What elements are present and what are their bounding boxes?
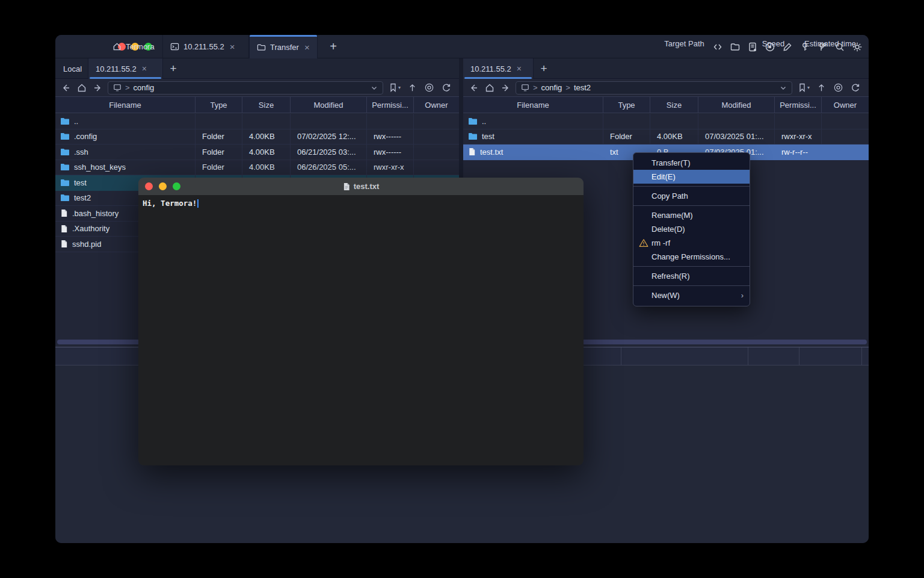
menu-separator: [633, 186, 750, 187]
column-header-estimated-time[interactable]: Estimated time: [799, 35, 861, 52]
column-header-type[interactable]: Type: [196, 97, 242, 113]
column-header-size[interactable]: Size: [242, 97, 291, 113]
home-icon: [112, 42, 122, 51]
close-tab-icon[interactable]: ×: [230, 42, 235, 52]
editor-title: test.txt: [354, 182, 380, 191]
right-toolbar-actions: ▾: [798, 82, 860, 93]
column-header-owner[interactable]: Owner: [822, 97, 869, 113]
back-icon[interactable]: [465, 81, 481, 95]
forward-icon[interactable]: [90, 81, 106, 95]
column-header-permissions[interactable]: Permissi...: [775, 97, 822, 113]
file-owner: [822, 114, 869, 129]
table-row[interactable]: .config Folder 4.00KB 07/02/2025 12:... …: [55, 129, 459, 145]
column-header-type[interactable]: Type: [603, 97, 650, 113]
tab-transfer-active[interactable]: Transfer ×: [249, 35, 318, 59]
column-header-filename[interactable]: Filename: [55, 97, 196, 113]
file-owner: [822, 144, 869, 160]
folder-icon: [257, 43, 266, 52]
column-header-target-path[interactable]: Target Path: [621, 35, 748, 52]
chevron-down-icon[interactable]: [371, 84, 378, 92]
file-size: [650, 114, 698, 129]
column-header-owner[interactable]: Owner: [414, 97, 459, 113]
table-row[interactable]: ..: [463, 114, 869, 129]
column-header-modified[interactable]: Modified: [698, 97, 775, 113]
file-permissions: rwxr-xr-x: [775, 129, 822, 144]
home-icon[interactable]: [73, 81, 90, 95]
table-row[interactable]: ssh_host_keys Folder 4.00KB 06/26/2025 0…: [55, 160, 459, 176]
menu-item-change-permissions[interactable]: Change Permissions...: [633, 250, 750, 264]
tab-remote-active[interactable]: 10.211.55.2 ×: [463, 58, 534, 79]
path-bar[interactable]: > config > test2: [516, 81, 792, 95]
upload-icon[interactable]: [408, 83, 417, 92]
file-icon: [468, 148, 476, 156]
menu-item-delete[interactable]: Delete(D): [633, 222, 750, 236]
path-bar[interactable]: > config: [108, 81, 383, 95]
menu-item-transfer[interactable]: Transfer(T): [633, 156, 750, 170]
tab-host-terminal[interactable]: 10.211.55.2 ×: [163, 35, 249, 58]
computer-icon: [113, 84, 122, 92]
path-segment[interactable]: config: [134, 83, 155, 92]
bookmark-dropdown[interactable]: ▾: [798, 83, 810, 92]
file-permissions: rwx------: [367, 144, 414, 160]
file-type: [603, 114, 650, 129]
new-panel-tab-button[interactable]: +: [163, 58, 183, 79]
right-panel-tabbar: 10.211.55.2 × +: [463, 58, 869, 79]
path-segment[interactable]: test2: [574, 83, 591, 92]
column-header-filename[interactable]: Filename: [463, 97, 603, 113]
upload-icon[interactable]: [817, 83, 826, 92]
close-tab-icon[interactable]: ×: [142, 64, 147, 73]
tab-local[interactable]: Local: [57, 58, 88, 79]
new-tab-button[interactable]: +: [322, 35, 344, 58]
file-permissions: rwxr-xr-x: [367, 160, 414, 175]
column-header-permissions[interactable]: Permissi...: [367, 97, 414, 113]
editor-titlebar[interactable]: test.txt: [138, 178, 584, 195]
chevron-down-icon[interactable]: [780, 84, 787, 92]
column-header-speed[interactable]: Speed: [748, 35, 799, 52]
close-tab-icon[interactable]: ×: [517, 64, 522, 73]
table-row[interactable]: ..: [55, 114, 459, 129]
tab-label: 10.211.55.2: [183, 42, 224, 51]
new-panel-tab-button[interactable]: +: [534, 58, 554, 79]
column-header-modified[interactable]: Modified: [291, 97, 367, 113]
file-name: .Xauthority: [72, 224, 109, 233]
bookmark-dropdown[interactable]: ▾: [389, 83, 401, 92]
menu-item-copy-path[interactable]: Copy Path: [633, 189, 750, 203]
file-permissions: [775, 114, 822, 129]
caret-down-icon: ▾: [807, 85, 810, 90]
close-tab-icon[interactable]: ×: [304, 42, 310, 52]
menu-item-label: New(W): [651, 291, 680, 300]
tab-termora[interactable]: Termora: [105, 35, 163, 58]
show-hidden-icon[interactable]: [833, 82, 843, 93]
path-segment[interactable]: config: [541, 83, 562, 92]
tab-remote-active[interactable]: 10.211.55.2 ×: [88, 58, 163, 79]
menu-separator: [633, 266, 750, 267]
table-row[interactable]: test Folder 4.00KB 07/03/2025 01:... rwx…: [463, 129, 869, 145]
warning-icon: [639, 238, 648, 247]
back-icon[interactable]: [57, 81, 73, 95]
menu-item-new[interactable]: New(W) ›: [633, 288, 750, 302]
path-separator: >: [565, 83, 570, 92]
menu-item-rm-rf[interactable]: rm -rf: [633, 236, 750, 250]
file-name: ssh_host_keys: [74, 163, 126, 172]
column-header-size[interactable]: Size: [650, 97, 698, 113]
menu-item-rename[interactable]: Rename(M): [633, 208, 750, 222]
file-name: .bash_history: [72, 209, 119, 218]
editor-content[interactable]: Hi, Termora!: [138, 195, 584, 465]
folder-icon: [60, 117, 70, 125]
table-row[interactable]: .ssh Folder 4.00KB 06/21/2025 03:... rwx…: [55, 144, 459, 160]
file-icon: [60, 240, 68, 248]
menu-item-edit[interactable]: Edit(E): [633, 170, 750, 184]
tab-label: Transfer: [270, 43, 299, 52]
show-hidden-icon[interactable]: [424, 82, 434, 93]
refresh-icon[interactable]: [851, 83, 860, 93]
folder-icon: [60, 148, 70, 156]
file-name: test.txt: [480, 148, 503, 157]
file-type: Folder: [196, 160, 242, 175]
file-owner: [414, 160, 459, 175]
refresh-icon[interactable]: [442, 83, 451, 93]
forward-icon[interactable]: [497, 81, 514, 95]
file-owner: [414, 129, 459, 144]
home-icon[interactable]: [481, 81, 497, 95]
menu-item-refresh[interactable]: Refresh(R): [633, 269, 750, 283]
left-toolbar-actions: ▾: [389, 82, 451, 93]
